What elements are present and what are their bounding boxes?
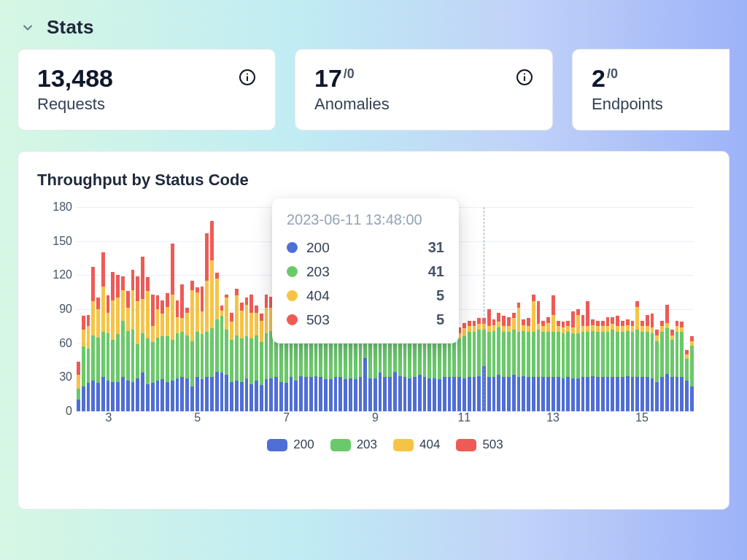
chart-bar[interactable]	[680, 322, 684, 411]
chart-bar[interactable]	[685, 350, 689, 411]
chart-bar[interactable]	[537, 301, 541, 411]
info-icon[interactable]	[516, 69, 533, 89]
chart-bar[interactable]	[225, 295, 228, 411]
chart-bar[interactable]	[487, 309, 491, 411]
chart-bar[interactable]	[566, 321, 570, 411]
chart-bar[interactable]	[606, 317, 610, 411]
chart-bar[interactable]	[557, 321, 560, 411]
chart-bar[interactable]	[101, 252, 105, 411]
chart-bar[interactable]	[670, 330, 674, 411]
chart-bar[interactable]	[660, 321, 664, 411]
requests-label: Requests	[37, 95, 113, 114]
chart-bar[interactable]	[131, 270, 135, 411]
chart-bar[interactable]	[235, 289, 239, 411]
chart-bar[interactable]	[180, 284, 184, 411]
chart-bar[interactable]	[185, 308, 189, 411]
chart-bar[interactable]	[507, 317, 511, 411]
chart-bar[interactable]	[249, 295, 253, 411]
chart-bar[interactable]	[141, 257, 144, 411]
chart-bar[interactable]	[621, 321, 624, 411]
chart-bar[interactable]	[255, 306, 258, 411]
chart-bar[interactable]	[160, 300, 164, 411]
chart-bar[interactable]	[497, 313, 500, 411]
chart-bar[interactable]	[468, 321, 471, 411]
chart-bar[interactable]	[265, 295, 268, 411]
chart-bar[interactable]	[146, 277, 150, 411]
chart-bar[interactable]	[611, 317, 614, 411]
chart-bar[interactable]	[626, 319, 630, 411]
chart-bar[interactable]	[616, 316, 619, 411]
chart-bar[interactable]	[591, 319, 595, 411]
chart-bar[interactable]	[635, 301, 639, 411]
chart-bar[interactable]	[457, 327, 461, 411]
chart-bar[interactable]	[91, 267, 95, 411]
chart-bar[interactable]	[477, 318, 481, 411]
stat-card-requests[interactable]: 13,488 Requests	[18, 49, 276, 131]
chart-bar[interactable]	[220, 306, 224, 411]
chart-bar[interactable]	[82, 316, 85, 411]
chart-bar[interactable]	[631, 321, 635, 411]
chart-bar[interactable]	[176, 300, 179, 411]
chart-bar[interactable]	[245, 298, 249, 411]
chart-bar[interactable]	[527, 318, 530, 411]
chart-bar[interactable]	[190, 281, 194, 411]
chart-bar[interactable]	[586, 301, 589, 411]
chart-bar[interactable]	[581, 315, 585, 411]
chart-bar[interactable]	[522, 319, 525, 411]
chart-bar[interactable]	[576, 309, 580, 411]
chart-bar[interactable]	[111, 272, 115, 411]
chart-bar[interactable]	[512, 313, 516, 411]
legend-item-200[interactable]: 200	[267, 438, 314, 452]
chart-bar[interactable]	[171, 244, 174, 411]
chart-bar[interactable]	[502, 316, 506, 411]
chart-bar[interactable]	[646, 315, 649, 411]
chart-bar[interactable]	[562, 322, 565, 411]
chart-bar[interactable]	[87, 315, 90, 411]
chart-bar[interactable]	[596, 321, 600, 411]
stat-card-endpoints[interactable]: 2/0 Endpoints	[572, 49, 729, 131]
x-tick: 15	[635, 411, 649, 424]
chart-bar[interactable]	[121, 276, 125, 411]
chart-bar[interactable]	[107, 295, 110, 411]
chart-bar[interactable]	[126, 291, 130, 411]
legend-item-404[interactable]: 404	[393, 438, 440, 452]
chart-bar[interactable]	[116, 275, 120, 411]
chart-bar[interactable]	[473, 321, 476, 411]
chart-bar[interactable]	[665, 305, 669, 411]
chart-bar[interactable]	[462, 323, 466, 411]
chart-bar[interactable]	[166, 293, 169, 411]
chart-bar[interactable]	[260, 314, 263, 411]
chart-bar[interactable]	[651, 314, 654, 411]
legend-item-503[interactable]: 503	[456, 438, 503, 452]
chart-bar[interactable]	[676, 321, 679, 411]
chart-bar[interactable]	[210, 221, 214, 411]
chart-bar[interactable]	[205, 233, 209, 411]
chart-bar[interactable]	[151, 295, 155, 411]
chart-bar[interactable]	[655, 330, 659, 411]
chart-bar[interactable]	[215, 273, 219, 411]
chart-bar[interactable]	[551, 295, 555, 411]
chart-bar[interactable]	[546, 317, 550, 411]
chart-bar[interactable]	[196, 287, 199, 411]
chevron-down-icon[interactable]	[20, 20, 35, 35]
chart-bar[interactable]	[156, 295, 160, 411]
tooltip-timestamp: 2023-06-11 13:48:00	[287, 211, 444, 228]
chart-bar[interactable]	[136, 276, 139, 411]
chart-bar[interactable]	[571, 311, 575, 411]
y-tick: 60	[59, 337, 72, 350]
stat-card-anomalies[interactable]: 17/0 Anomalies	[295, 49, 553, 131]
chart-bar[interactable]	[532, 295, 535, 411]
chart-bar[interactable]	[640, 321, 644, 411]
chart-bar[interactable]	[517, 303, 521, 411]
chart-bar[interactable]	[601, 321, 605, 411]
chart-bar[interactable]	[541, 321, 545, 411]
chart-bar[interactable]	[96, 298, 100, 411]
chart-bar[interactable]	[230, 313, 233, 411]
chart-bar[interactable]	[77, 362, 80, 411]
chart-bar[interactable]	[492, 319, 496, 411]
chart-bar[interactable]	[690, 336, 694, 411]
legend-item-203[interactable]: 203	[330, 438, 377, 452]
info-icon[interactable]	[239, 69, 256, 89]
chart-bar[interactable]	[201, 287, 204, 411]
chart-bar[interactable]	[240, 303, 244, 411]
